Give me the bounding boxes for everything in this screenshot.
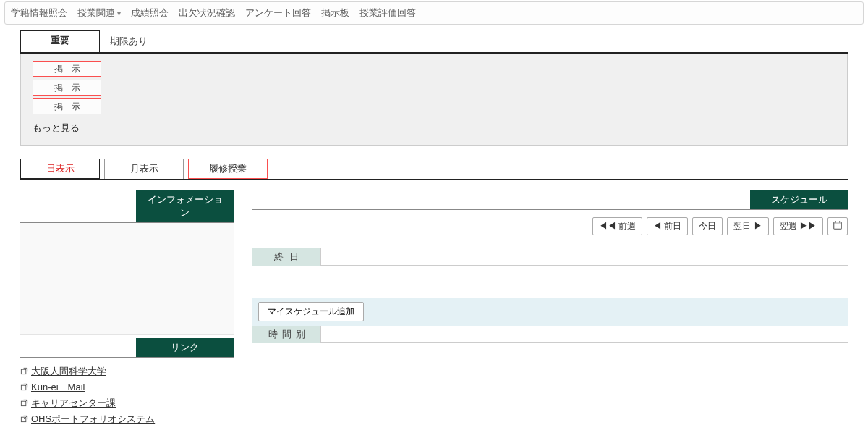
tab-important[interactable]: 重要: [20, 30, 100, 52]
tab-registered-classes[interactable]: 履修授業: [188, 159, 268, 179]
external-link-icon: [20, 366, 28, 374]
schedule-header: スケジュール: [750, 190, 848, 209]
tab-day-view[interactable]: 日表示: [20, 159, 100, 179]
hourly-label: 時間別: [252, 326, 321, 343]
external-link-1[interactable]: Kun-ei Mail: [31, 381, 85, 394]
tab-with-deadline[interactable]: 期限あり: [100, 30, 158, 52]
show-more-link[interactable]: もっと見る: [33, 122, 80, 135]
top-menu-item-3[interactable]: 出欠状況確認: [179, 7, 235, 20]
top-menu-item-6[interactable]: 授業評価回答: [359, 7, 416, 20]
main-content: 重要 期限あり 掲示 掲示 掲示 もっと見る 日表示 月表示 履修授業 インフォ…: [0, 30, 868, 425]
information-body: [20, 223, 234, 335]
view-tab-bar: 日表示 月表示 履修授業: [20, 159, 848, 180]
my-schedule-row: マイスケジュール追加: [252, 298, 848, 326]
add-my-schedule-button[interactable]: マイスケジュール追加: [258, 302, 364, 321]
right-column: スケジュール ◀◀ 前週 ◀ 前日 今日 翌日 ▶ 翌週 ▶▶ 終日 マイ: [252, 190, 848, 343]
notice-badge[interactable]: 掲示: [33, 61, 101, 77]
svg-rect-8: [834, 222, 842, 230]
prev-week-button[interactable]: ◀◀ 前週: [592, 217, 642, 235]
today-button[interactable]: 今日: [692, 217, 723, 235]
schedule-nav: ◀◀ 前週 ◀ 前日 今日 翌日 ▶ 翌週 ▶▶: [252, 217, 848, 235]
top-menu-item-1[interactable]: 授業関連: [77, 7, 121, 20]
calendar-icon: [833, 220, 843, 232]
important-tab-bar: 重要 期限あり: [20, 30, 848, 54]
links-header: リンク: [136, 338, 234, 357]
next-week-button[interactable]: 翌週 ▶▶: [773, 217, 823, 235]
top-menu-item-5[interactable]: 掲示板: [321, 7, 349, 20]
external-link-icon: [20, 398, 28, 406]
top-menu-bar: 学籍情報照会授業関連成績照会出欠状況確認アンケート回答掲示板授業評価回答: [4, 1, 864, 25]
all-day-body: [321, 248, 848, 266]
notice-badge[interactable]: 掲示: [33, 98, 101, 114]
top-menu-item-4[interactable]: アンケート回答: [245, 7, 311, 20]
external-link-2[interactable]: キャリアセンター課: [31, 397, 116, 410]
external-link-0[interactable]: 大阪人間科学大学: [31, 365, 106, 378]
external-links-list: 大阪人間科学大学Kun-ei Mailキャリアセンター課OHSポートフォリオシス…: [20, 358, 234, 425]
prev-day-button[interactable]: ◀ 前日: [647, 217, 688, 235]
all-day-row: 終日: [252, 248, 848, 266]
external-link-icon: [20, 414, 28, 422]
external-link-icon: [20, 382, 28, 390]
tab-month-view[interactable]: 月表示: [104, 159, 184, 179]
hourly-body: [321, 326, 848, 343]
calendar-picker-button[interactable]: [827, 217, 848, 235]
left-column: インフォメーション リンク 大阪人間科学大学Kun-ei Mailキャリアセンタ…: [20, 190, 234, 425]
information-header: インフォメーション: [136, 190, 234, 222]
all-day-label: 終日: [252, 248, 321, 266]
top-menu-item-0[interactable]: 学籍情報照会: [11, 7, 67, 20]
next-day-button[interactable]: 翌日 ▶: [727, 217, 768, 235]
notice-panel: 掲示 掲示 掲示 もっと見る: [20, 54, 848, 146]
external-link-3[interactable]: OHSポートフォリオシステム: [31, 413, 155, 425]
notice-badge[interactable]: 掲示: [33, 80, 101, 96]
top-menu-item-2[interactable]: 成績照会: [131, 7, 169, 20]
hourly-row: 時間別: [252, 326, 848, 343]
